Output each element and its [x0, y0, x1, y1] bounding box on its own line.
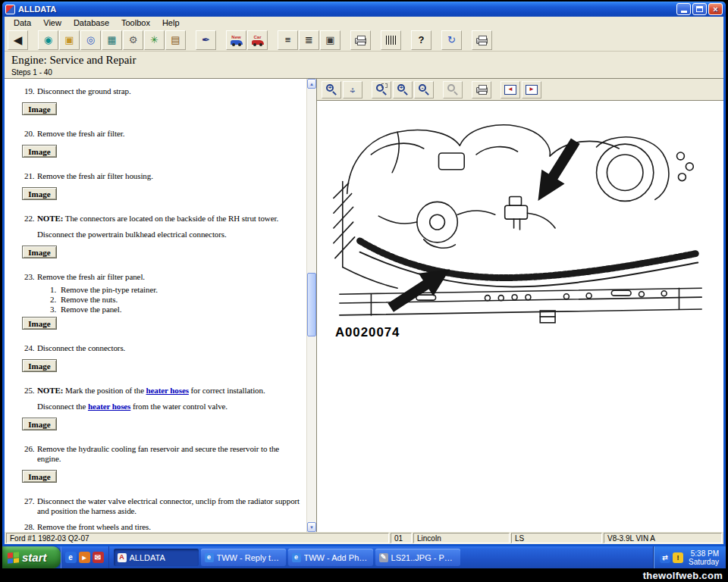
task-button-paint[interactable]: ✎LS21..JPG - Paint: [375, 549, 460, 566]
menu-data[interactable]: Data: [8, 17, 37, 28]
step-number: 28.: [24, 522, 37, 532]
back-arrow-button[interactable]: ◀: [8, 30, 28, 50]
maximize-button[interactable]: [692, 3, 707, 15]
image-button[interactable]: Image: [22, 102, 57, 115]
next-image-button[interactable]: ►: [522, 81, 541, 99]
scrollbar-thumb[interactable]: [307, 273, 316, 336]
steps-scrollbar[interactable]: ▲ ▼: [306, 79, 316, 532]
monitor-button[interactable]: ▣: [320, 30, 340, 50]
zoom-window-button[interactable]: [372, 81, 391, 99]
main-toolbar: ◀◉▣◎▦⚙✳▤✒NewCar≡≣▣?↻: [5, 29, 723, 52]
new-car-button[interactable]: New: [226, 30, 246, 50]
print-preview-button[interactable]: [472, 30, 492, 50]
previous-image-button[interactable]: ◄: [500, 81, 520, 99]
scrollbar-track[interactable]: [307, 89, 316, 522]
outline-list-button[interactable]: ≣: [299, 30, 319, 50]
substep-text: Remove the panel.: [61, 305, 121, 314]
sparkle-button[interactable]: ✳: [144, 30, 165, 50]
help-button[interactable]: ?: [411, 30, 431, 50]
menu-database[interactable]: Database: [67, 17, 115, 28]
step-number: 27.: [24, 496, 37, 506]
status-segment-2: 01: [391, 533, 412, 543]
image-button[interactable]: Image: [22, 145, 57, 158]
scroll-up-button[interactable]: ▲: [307, 79, 316, 89]
step-item: 20.Remove the fresh air filter.Image: [24, 129, 302, 158]
close-button[interactable]: ×: [708, 3, 723, 15]
taskbar: start e▸✉ AALLDATAeTWW - Reply to Topic.…: [2, 546, 726, 568]
tray-icons: ⇄!: [660, 552, 683, 563]
image-button[interactable]: Image: [22, 418, 57, 430]
start-button[interactable]: start: [2, 546, 61, 568]
zoom-out-step-icon: -: [419, 84, 429, 95]
internet-explorer-icon[interactable]: e: [65, 552, 77, 563]
engine-diagram: A0020074: [326, 108, 717, 351]
search-document-button[interactable]: ◎: [80, 30, 101, 50]
image-button[interactable]: Image: [22, 317, 57, 330]
step-paragraph: 19.Disconnect the ground strap.: [24, 86, 302, 96]
gears-button[interactable]: ⚙: [123, 30, 143, 50]
folder-button[interactable]: ▣: [59, 30, 80, 50]
step-item: 24.Disconnect the connectors.Image: [24, 343, 302, 372]
media-player-icon[interactable]: ▸: [79, 552, 90, 563]
step-paragraph: 23.Remove the fresh air filter panel.: [24, 272, 302, 282]
pen-button[interactable]: ✒: [196, 30, 216, 50]
step-item: 22.NOTE: The connectors are located on t…: [24, 214, 302, 258]
step-paragraph: 28.Remove the front wheels and tires.: [24, 522, 302, 532]
step-item: 26.Remove the hydraulic cooling fan rese…: [24, 444, 302, 483]
zoom-in-button[interactable]: +: [322, 81, 341, 99]
pan-button[interactable]: ↔↕: [343, 81, 362, 99]
print-button[interactable]: [350, 30, 371, 50]
step-item: 19.Disconnect the ground strap.Image: [24, 86, 302, 115]
task-button-alldata[interactable]: AALLDATA: [114, 549, 199, 566]
notebook-button[interactable]: ▤: [165, 30, 186, 50]
window-title: ALLDATA: [18, 5, 673, 14]
callout-arrow-top: [526, 134, 587, 208]
task-button-tww-photos[interactable]: eTWW - Add Photos - ...: [288, 549, 373, 566]
zoom-in-step-button[interactable]: +: [393, 81, 413, 99]
task-button-tww-reply[interactable]: eTWW - Reply to Topic...: [201, 549, 286, 566]
watermark-text: thewolfweb.com: [643, 570, 723, 581]
image-button[interactable]: Image: [22, 470, 57, 483]
image-button[interactable]: Image: [22, 187, 57, 200]
menu-view[interactable]: View: [37, 17, 67, 28]
sparkle-icon: ✳: [150, 35, 158, 45]
image-button[interactable]: Image: [22, 246, 57, 258]
notebook-icon: ▤: [171, 35, 180, 45]
globe-button[interactable]: ◉: [38, 30, 58, 50]
quick-launch: e▸✉: [61, 546, 109, 568]
print-image-button[interactable]: [472, 81, 491, 99]
heater-hoses-link[interactable]: heater hoses: [88, 402, 130, 411]
heater-hoses-link[interactable]: heater hoses: [146, 386, 189, 395]
step-item: 25.NOTE: Mark the position of the heater…: [24, 386, 302, 430]
clock-time: 5:38 PM: [689, 549, 719, 558]
clock: 5:38 PM Saturday: [689, 549, 719, 566]
barcode-button[interactable]: [381, 30, 401, 50]
desktop: ALLDATA × DataViewDatabaseToolboxHelp ◀◉…: [0, 0, 728, 582]
menu-toolbox[interactable]: Toolbox: [115, 17, 156, 28]
refresh-button[interactable]: ↻: [441, 30, 462, 50]
alert-shield-icon[interactable]: !: [673, 552, 683, 563]
scroll-down-button[interactable]: ▼: [307, 522, 316, 532]
car-button[interactable]: Car: [247, 30, 268, 50]
maximize-icon: [696, 6, 703, 12]
paint-icon: ✎: [379, 553, 388, 562]
step-number: 20.: [24, 129, 37, 139]
zoom-reset-button[interactable]: [443, 81, 463, 99]
image-button[interactable]: Image: [22, 359, 57, 372]
step-paragraph: Disconnect the heater hoses from the wat…: [24, 402, 302, 411]
table-button[interactable]: ▦: [102, 30, 122, 50]
zoom-out-step-button[interactable]: -: [414, 81, 434, 99]
search-document-icon: ◎: [86, 35, 95, 45]
substep-text: Remove the pin-type retainer.: [61, 285, 158, 294]
status-segment-5: V8-3.9L VIN A: [604, 533, 722, 543]
step-item: 23.Remove the fresh air filter panel.1.R…: [24, 272, 302, 330]
step-number: 24.: [24, 343, 37, 353]
minimize-button[interactable]: [676, 3, 691, 15]
step-paragraph: 27.Disconnect the water valve electrical…: [24, 496, 302, 516]
car-icon: Car: [252, 35, 264, 45]
substep-number: 2.: [50, 295, 61, 304]
menu-help[interactable]: Help: [156, 17, 186, 28]
mail-icon[interactable]: ✉: [93, 552, 104, 563]
network-icon[interactable]: ⇄: [660, 552, 670, 563]
list-button[interactable]: ≡: [278, 30, 298, 50]
